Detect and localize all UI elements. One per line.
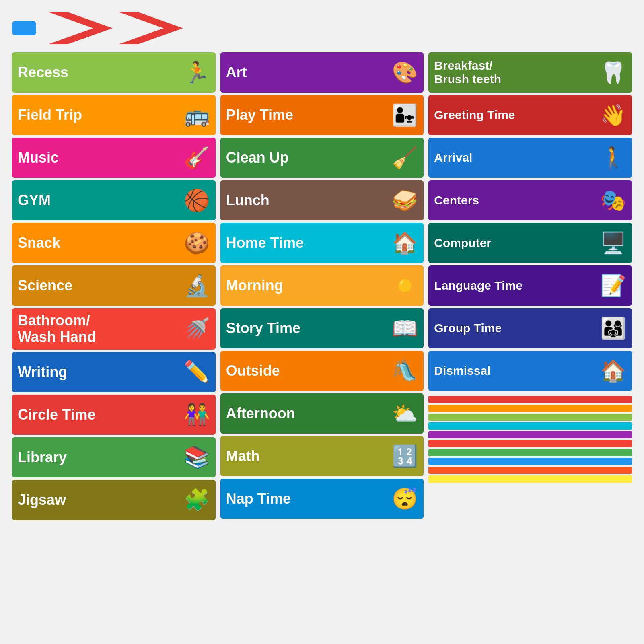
arrow-left-icon (48, 12, 113, 44)
color-strip (428, 449, 632, 456)
card-icon: 🛝 (392, 359, 418, 383)
list-item: Dismissal🏠 (428, 351, 632, 391)
card-label: Music (18, 149, 59, 166)
card-icon: 👋 (600, 103, 626, 128)
color-strip (428, 405, 632, 412)
list-item: Language Time📝 (428, 265, 632, 306)
card-label: Language Time (434, 279, 523, 293)
card-label: GYM (18, 192, 51, 208)
color-strip (428, 414, 632, 421)
color-strip (428, 431, 632, 438)
list-item: Jigsaw🧩 (12, 480, 216, 520)
list-item: Math🔢 (220, 436, 424, 476)
color-strip (428, 396, 632, 403)
card-label: Science (18, 277, 72, 294)
card-label: Bathroom/ Wash Hand (18, 312, 96, 346)
columns-row: Recess🏃Field Trip🚌Music🎸GYM🏀Snack🍪Scienc… (12, 52, 632, 520)
list-item: Nap Time😴 (220, 479, 424, 519)
card-icon: 🚶 (600, 146, 626, 170)
card-label: Morning (226, 277, 283, 294)
list-item: Breakfast/ Brush teeth🦷 (428, 52, 632, 93)
list-item: Computer🖥️ (428, 223, 632, 263)
card-label: Group Time (434, 321, 502, 335)
list-item: Story Time📖 (220, 308, 424, 348)
color-strip (428, 458, 632, 465)
card-icon: 🧩 (184, 488, 210, 512)
list-item: Centers🎭 (428, 180, 632, 220)
card-label: Math (226, 448, 260, 464)
list-item: Writing✏️ (12, 352, 216, 392)
card-label: Writing (18, 364, 67, 380)
left-column: Recess🏃Field Trip🚌Music🎸GYM🏀Snack🍪Scienc… (12, 52, 216, 520)
color-strip (428, 422, 632, 430)
list-item: Afternoon⛅ (220, 393, 424, 434)
card-icon: 👨‍👧 (392, 103, 418, 128)
card-label: Recess (18, 64, 68, 80)
card-icon: 🏠 (392, 231, 418, 255)
list-item: Snack🍪 (12, 223, 216, 263)
card-label: Greeting Time (434, 108, 515, 122)
card-label: Art (226, 64, 247, 80)
list-item: Arrival🚶 (428, 138, 632, 178)
card-label: Centers (434, 193, 479, 208)
right-column: Breakfast/ Brush teeth🦷Greeting Time👋Arr… (428, 52, 632, 483)
color-strip (428, 467, 632, 474)
card-label: Play Time (226, 107, 293, 123)
card-icon: 🍪 (184, 231, 210, 255)
title-banner (12, 21, 36, 35)
list-item: Field Trip🚌 (12, 95, 216, 135)
card-label: Breakfast/ Brush teeth (434, 59, 501, 86)
card-icon: 🔢 (392, 444, 418, 469)
card-icon: 🏃 (184, 60, 210, 85)
card-icon: 🚌 (184, 103, 210, 128)
list-item: Music🎸 (12, 138, 216, 178)
color-strips (428, 396, 632, 483)
list-item: Science🔬 (12, 265, 216, 306)
list-item: Bathroom/ Wash Hand🚿 (12, 308, 216, 350)
card-icon: ✏️ (184, 360, 210, 384)
card-label: Outside (226, 362, 280, 379)
list-item: GYM🏀 (12, 180, 216, 220)
card-label: Afternoon (226, 405, 295, 422)
card-label: Lunch (226, 192, 270, 208)
list-item: Morning☀️ (220, 265, 424, 306)
card-icon: 😴 (392, 487, 418, 511)
card-icon: 👨‍👩‍👧 (600, 316, 626, 341)
card-label: Nap Time (226, 490, 291, 507)
card-label: Home Time (226, 235, 304, 251)
arrow-left2-icon (119, 12, 183, 44)
list-item: Recess🏃 (12, 52, 216, 93)
card-icon: 📝 (600, 274, 626, 298)
card-icon: 🔬 (184, 274, 210, 298)
main-container: Recess🏃Field Trip🚌Music🎸GYM🏀Snack🍪Scienc… (0, 0, 644, 528)
list-item: Play Time👨‍👧 (220, 95, 424, 135)
card-icon: 🎨 (392, 60, 418, 85)
card-icon: 🥪 (392, 188, 418, 213)
list-item: Greeting Time👋 (428, 95, 632, 135)
card-icon: 🦷 (600, 60, 626, 85)
card-icon: 👫 (184, 402, 210, 427)
card-label: Clean Up (226, 149, 289, 166)
card-icon: 🏠 (600, 359, 626, 383)
card-label: Arrival (434, 151, 472, 165)
list-item: Outside🛝 (220, 351, 424, 391)
card-label: Dismissal (434, 364, 490, 378)
list-item: Circle Time👫 (12, 395, 216, 435)
list-item: Art🎨 (220, 52, 424, 93)
card-label: Circle Time (18, 406, 95, 423)
card-icon: 📚 (184, 445, 210, 469)
card-label: Computer (434, 236, 491, 250)
header-row (12, 12, 632, 44)
card-icon: 🚿 (184, 317, 210, 341)
card-icon: 🏀 (184, 188, 210, 213)
list-item: Lunch🥪 (220, 180, 424, 220)
card-icon: ⛅ (392, 401, 418, 426)
list-item: Clean Up🧹 (220, 138, 424, 178)
card-icon: 🎭 (600, 188, 626, 213)
color-strip (428, 475, 632, 483)
card-label: Snack (18, 235, 60, 251)
card-label: Field Trip (18, 107, 82, 123)
card-label: Jigsaw (18, 492, 66, 508)
card-icon: 🧹 (392, 146, 418, 170)
card-label: Story Time (226, 320, 300, 336)
